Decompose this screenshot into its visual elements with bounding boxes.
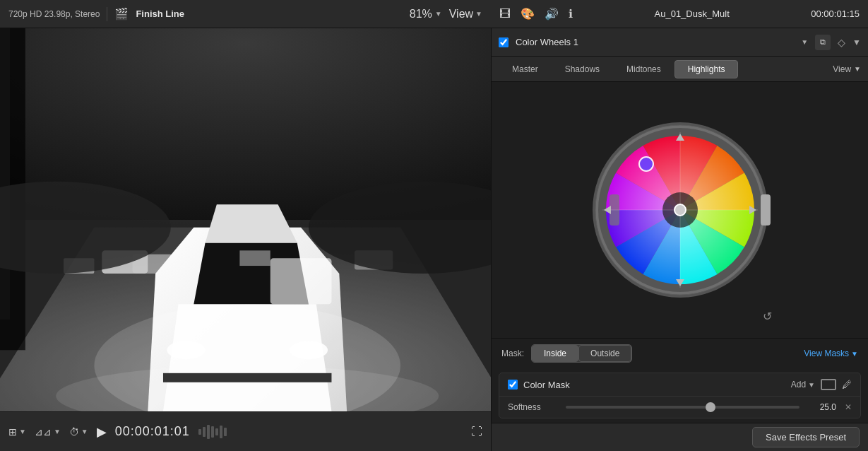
add-chevron-icon: ▼	[808, 381, 815, 389]
save-effects-preset-button[interactable]: Save Effects Preset	[752, 427, 860, 447]
top-bar-right: 🎞 🎨 🔊 ℹ Au_01_Dusk_Mult 00:00:01:15	[491, 7, 868, 20]
mask-inside-button[interactable]: Inside	[532, 345, 578, 362]
trim-chevron-icon: ▼	[54, 428, 61, 435]
info-icon[interactable]: ℹ	[569, 7, 573, 20]
color-mask-add-button[interactable]: Add ▼	[791, 380, 815, 390]
audio-icon[interactable]: 🔊	[545, 7, 559, 20]
inspector-panel: Color Wheels 1 ▼ ⧉ ◇ ▼ Master Shadows Mi…	[491, 28, 868, 451]
playback-bar: ⊞ ▼ ⊿⊿ ▼ ⏱ ▼ ▶ 00:00:01:01	[0, 411, 491, 451]
view-masks-label: View Masks	[804, 348, 849, 358]
layout-icon: ⊞	[8, 426, 17, 438]
video-panel: ⊞ ▼ ⊿⊿ ▼ ⏱ ▼ ▶ 00:00:01:01	[0, 28, 491, 451]
svg-rect-21	[239, 250, 270, 266]
tab-master[interactable]: Master	[499, 60, 552, 78]
audio-bar-5	[215, 428, 218, 435]
video-scene-svg	[0, 28, 491, 411]
effect-enable-checkbox[interactable]	[499, 37, 509, 47]
trim-button[interactable]: ⊿⊿ ▼	[35, 426, 61, 438]
effect-copy-icon[interactable]: ⧉	[815, 35, 831, 50]
video-info: 720p HD 23.98p, Stereo	[8, 9, 100, 19]
color-wheel-svg[interactable]	[588, 118, 772, 302]
audio-level-meter	[198, 425, 227, 439]
mask-outside-button[interactable]: Outside	[578, 345, 631, 362]
clapper-icon: 🎬	[114, 7, 129, 20]
audio-bar-1	[198, 429, 201, 435]
color-mask-section: Color Mask Add ▼ 🖉 Softness 25.0 ✕	[499, 373, 861, 418]
view-layout-button[interactable]: ⊞ ▼	[8, 426, 26, 438]
speed-chevron-icon: ▼	[81, 428, 88, 435]
audio-bar-7	[224, 428, 227, 436]
softness-value: 25.0	[808, 402, 836, 412]
film-icon[interactable]: 🎞	[499, 8, 511, 20]
tab-highlights[interactable]: Highlights	[674, 60, 739, 78]
zoom-level: 81%	[410, 8, 432, 20]
zoom-chevron-icon: ▼	[435, 10, 442, 18]
bottom-bar: Save Effects Preset	[492, 423, 868, 451]
color-mask-label: Color Mask	[523, 380, 785, 390]
trim-icon: ⊿⊿	[35, 426, 52, 438]
top-bar: 720p HD 23.98p, Stereo 🎬 Finish Line 81%…	[0, 0, 868, 28]
speed-icon: ⏱	[69, 426, 79, 438]
color-tabs-row: Master Shadows Midtones Highlights View …	[492, 57, 868, 82]
svg-rect-5	[0, 28, 10, 320]
effect-name-label: Color Wheels 1	[516, 37, 794, 47]
softness-thumb[interactable]	[706, 402, 715, 412]
color-mask-header: Color Mask Add ▼ 🖉	[499, 373, 860, 397]
tab-view-chevron-icon: ▼	[854, 65, 861, 73]
add-label: Add	[791, 380, 806, 390]
softness-slider[interactable]	[566, 406, 799, 409]
audio-bar-2	[203, 427, 206, 437]
softness-close-button[interactable]: ✕	[845, 402, 852, 412]
project-title: Finish Line	[136, 8, 184, 19]
playback-timecode: 00:00:01:01	[115, 424, 190, 439]
playback-controls: ⊞ ▼ ⊿⊿ ▼ ⏱ ▼ ▶ 00:00:01:01	[8, 424, 227, 440]
color-mask-enable-checkbox[interactable]	[508, 380, 518, 390]
color-wheel-container[interactable]: ↺	[588, 118, 772, 302]
svg-rect-22	[163, 373, 331, 382]
audio-bar-3	[207, 425, 210, 439]
softness-label: Softness	[508, 402, 557, 412]
keyframe-diamond-icon[interactable]: ◇	[838, 37, 845, 48]
svg-rect-20	[270, 258, 332, 304]
video-frame	[0, 28, 491, 411]
timecode-display: 00:00:01:15	[811, 8, 860, 19]
speed-button[interactable]: ⏱ ▼	[69, 426, 88, 438]
tab-view-label: View	[833, 64, 851, 74]
play-button[interactable]: ▶	[97, 424, 107, 440]
audio-bar-4	[211, 426, 214, 438]
eyedropper-icon[interactable]: 🖉	[842, 379, 852, 390]
top-bar-left: 720p HD 23.98p, Stereo 🎬 Finish Line 81%…	[0, 7, 491, 21]
mask-section: Mask: Inside Outside View Masks ▼	[492, 338, 868, 368]
tab-midtones[interactable]: Midtones	[613, 60, 674, 78]
softness-row: Softness 25.0 ✕	[499, 397, 860, 418]
toolbar-icons: 🎞 🎨 🔊 ℹ	[499, 7, 573, 20]
zoom-control[interactable]: 81% ▼	[410, 8, 442, 20]
effect-action-icons: ⧉ ◇ ▼	[815, 35, 861, 50]
effect-header: Color Wheels 1 ▼ ⧉ ◇ ▼	[492, 28, 868, 57]
svg-rect-27	[761, 194, 771, 226]
view-button[interactable]: View ▼	[449, 8, 482, 20]
svg-point-31	[639, 157, 653, 171]
fullscreen-button[interactable]: ⛶	[471, 426, 482, 438]
audio-bar-6	[220, 426, 222, 438]
effect-expand-icon[interactable]: ▼	[852, 37, 861, 47]
effect-dropdown-icon: ▼	[801, 38, 808, 46]
view-masks-chevron-icon: ▼	[851, 350, 858, 358]
main-content: ⊞ ▼ ⊿⊿ ▼ ⏱ ▼ ▶ 00:00:01:01	[0, 28, 868, 451]
color-wheel-area[interactable]: ↺	[492, 82, 868, 338]
reset-color-wheel-button[interactable]: ↺	[763, 310, 772, 323]
color-icon[interactable]: 🎨	[521, 7, 535, 20]
layout-chevron-icon: ▼	[19, 428, 26, 435]
view-masks-button[interactable]: View Masks ▼	[804, 348, 858, 358]
tab-shadows[interactable]: Shadows	[552, 60, 613, 78]
view-label: View	[449, 8, 473, 20]
mask-label: Mask:	[501, 348, 524, 358]
file-name: Au_01_Dusk_Mult	[655, 8, 730, 19]
video-area	[0, 28, 491, 411]
color-mask-rect-icon[interactable]	[821, 379, 836, 390]
view-chevron-icon: ▼	[475, 10, 482, 18]
svg-point-32	[674, 204, 686, 216]
tab-view-button[interactable]: View ▼	[833, 64, 861, 74]
